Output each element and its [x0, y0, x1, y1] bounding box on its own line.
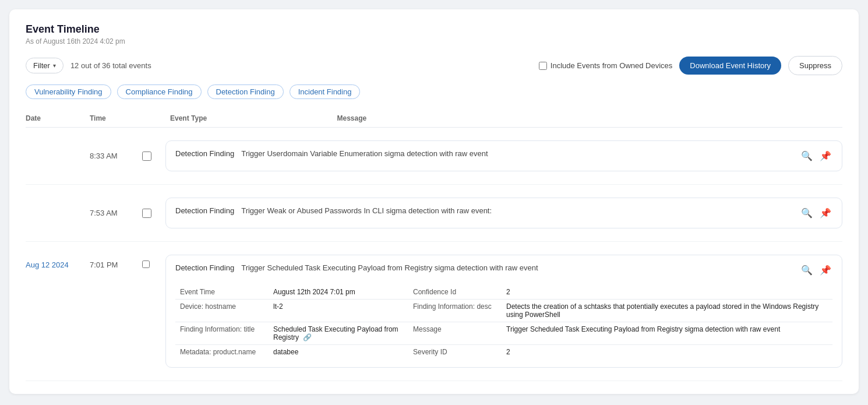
page-title: Event Timeline: [26, 23, 842, 36]
event-message-2: Trigger Weak or Abused Passwords In CLI …: [241, 206, 793, 215]
suppress-button[interactable]: Suppress: [788, 56, 842, 75]
event-type-3: Detection Finding: [175, 263, 234, 272]
filter-tag-incident[interactable]: Incident Finding: [290, 84, 361, 99]
detail-row: Event Time August 12th 2024 7:01 pm Conf…: [175, 285, 832, 300]
page-subtitle: As of August 16th 2024 4:02 pm: [26, 37, 842, 45]
detail-label: Confidence Id: [408, 285, 502, 300]
row-checkbox-3[interactable]: [142, 260, 150, 268]
card-header: Event Timeline As of August 16th 2024 4:…: [26, 23, 842, 45]
event-actions-1: 🔍 📌: [800, 149, 832, 163]
filter-tag-vulnerability[interactable]: Vulnerability Finding: [26, 84, 111, 99]
event-checkbox-2[interactable]: [142, 209, 165, 218]
detail-label: Device: hostname: [175, 300, 269, 322]
table-row: 7:53 AM Detection Finding Trigger Weak o…: [26, 185, 842, 242]
event-card-inner-3: Detection Finding Trigger Scheduled Task…: [175, 263, 832, 277]
detail-value: Trigger Scheduled Task Executing Payload…: [502, 322, 832, 345]
filter-tag-compliance[interactable]: Compliance Finding: [117, 84, 202, 99]
detail-value: Scheduled Task Executing Payload from Re…: [269, 322, 408, 345]
col-time: Time: [90, 114, 142, 122]
detail-value: 2: [502, 345, 832, 360]
pin-icon-3[interactable]: 📌: [818, 263, 832, 277]
table-row: 8:33 AM Detection Finding Trigger Userdo…: [26, 128, 842, 185]
event-time-1: 8:33 AM: [90, 152, 142, 160]
event-type-2: Detection Finding: [175, 206, 234, 215]
event-content-1: Detection Finding Trigger Userdomain Var…: [165, 138, 842, 174]
detail-row: Finding Information: title Scheduled Tas…: [175, 322, 832, 345]
toolbar: Filter ▾ 12 out of 36 total events Inclu…: [26, 56, 842, 75]
event-card-inner-2: Detection Finding Trigger Weak or Abused…: [175, 206, 832, 220]
detail-label: Metadata: product.name: [175, 345, 269, 360]
event-type-1: Detection Finding: [175, 149, 234, 158]
pin-icon-2[interactable]: 📌: [818, 206, 832, 220]
row-checkbox-2[interactable]: [142, 209, 151, 218]
event-card-2: Detection Finding Trigger Weak or Abused…: [165, 198, 842, 228]
detail-value: Detects the creation of a schtasks that …: [502, 300, 832, 322]
detail-table: Event Time August 12th 2024 7:01 pm Conf…: [175, 285, 832, 359]
download-event-history-button[interactable]: Download Event History: [679, 57, 781, 75]
detail-value: August 12th 2024 7:01 pm: [269, 285, 408, 300]
table-row: Aug 12 2024 7:01 PM Detection Finding Tr…: [26, 242, 842, 381]
events-count: 12 out of 36 total events: [70, 61, 151, 70]
search-icon-2[interactable]: 🔍: [800, 206, 814, 220]
event-card-inner-1: Detection Finding Trigger Userdomain Var…: [175, 149, 832, 163]
pin-icon-1[interactable]: 📌: [818, 149, 832, 163]
event-message-3: Trigger Scheduled Task Executing Payload…: [241, 263, 793, 272]
col-date: Date: [26, 114, 90, 122]
detail-label: Finding Information: title: [175, 322, 269, 345]
detail-label: Severity ID: [408, 345, 502, 360]
detail-value: lt-2: [269, 300, 408, 322]
event-message-1: Trigger Userdomain Variable Enumeration …: [241, 149, 793, 158]
event-content-3: Detection Finding Trigger Scheduled Task…: [165, 252, 842, 370]
event-time-3: 7:01 PM: [90, 252, 142, 269]
detail-row: Device: hostname lt-2 Finding Informatio…: [175, 300, 832, 322]
event-date-3: Aug 12 2024: [26, 252, 90, 269]
search-icon-1[interactable]: 🔍: [800, 149, 814, 163]
event-timeline-card: Event Timeline As of August 16th 2024 4:…: [9, 9, 859, 394]
link-icon[interactable]: 🔗: [303, 333, 312, 341]
detail-row: Metadata: product.name databee Severity …: [175, 345, 832, 360]
detail-label: Finding Information: desc: [408, 300, 502, 322]
filter-button[interactable]: Filter ▾: [26, 58, 63, 73]
detail-label: Message: [408, 322, 502, 345]
include-events-label[interactable]: Include Events from Owned Devices: [539, 61, 673, 70]
event-checkbox-3[interactable]: [142, 252, 165, 268]
detail-value: 2: [502, 285, 832, 300]
event-card-1: Detection Finding Trigger Userdomain Var…: [165, 140, 842, 171]
event-card-3: Detection Finding Trigger Scheduled Task…: [165, 255, 842, 368]
filter-tags-container: Vulnerability Finding Compliance Finding…: [26, 84, 842, 99]
event-actions-3: 🔍 📌: [800, 263, 832, 277]
filter-tag-detection[interactable]: Detection Finding: [207, 84, 284, 99]
event-checkbox-1[interactable]: [142, 152, 165, 161]
event-time-2: 7:53 AM: [90, 209, 142, 217]
row-checkbox-1[interactable]: [142, 152, 151, 161]
search-icon-3[interactable]: 🔍: [800, 263, 814, 277]
event-content-2: Detection Finding Trigger Weak or Abused…: [165, 195, 842, 231]
event-actions-2: 🔍 📌: [800, 206, 832, 220]
include-events-checkbox[interactable]: [539, 62, 547, 70]
detail-value: databee: [269, 345, 408, 360]
col-checkbox-header: [142, 114, 165, 122]
chevron-down-icon: ▾: [53, 62, 56, 69]
detail-label: Event Time: [175, 285, 269, 300]
filter-label: Filter: [33, 61, 50, 70]
col-message: Event Type Message: [165, 114, 842, 122]
table-header: Date Time Event Type Message: [26, 110, 842, 128]
